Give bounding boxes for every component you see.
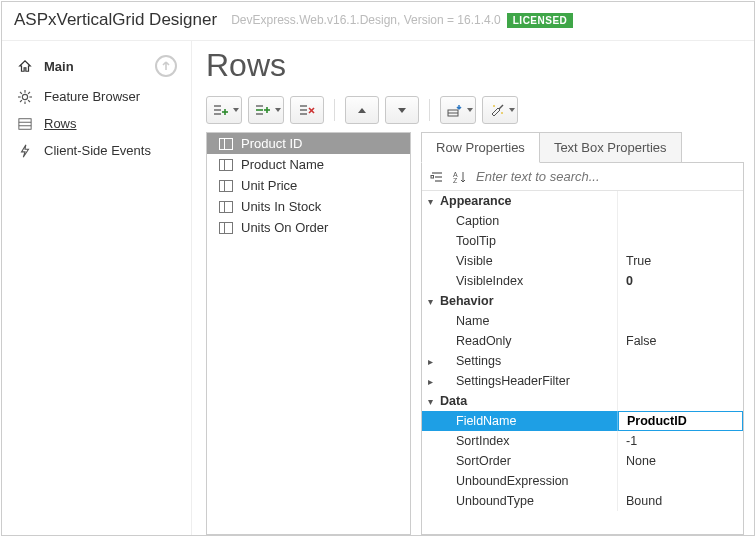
list-add-icon (213, 103, 229, 117)
svg-line-5 (20, 92, 22, 94)
properties-panel: Row Properties Text Box Properties AZ (421, 132, 744, 535)
retrieve-fields-button[interactable] (440, 96, 476, 124)
home-icon (18, 59, 36, 73)
move-down-button[interactable] (385, 96, 419, 124)
tab-row-properties[interactable]: Row Properties (421, 132, 540, 163)
page-title: Rows (206, 47, 744, 84)
chevron-down-icon (398, 108, 406, 113)
sort-az-icon: AZ (452, 170, 466, 184)
prop-value[interactable]: -1 (618, 431, 743, 451)
field-icon (219, 201, 233, 213)
prop-value[interactable]: True (618, 251, 743, 271)
prop-value[interactable]: None (618, 451, 743, 471)
prop-name[interactable]: FieldName (438, 411, 618, 431)
prop-value[interactable] (618, 351, 743, 371)
row-item-label: Units In Stock (241, 199, 321, 214)
list-insert-icon (255, 103, 271, 117)
prop-value[interactable] (618, 471, 743, 491)
svg-text:Z: Z (453, 177, 458, 184)
row-item-label: Units On Order (241, 220, 328, 235)
prop-name[interactable]: ReadOnly (438, 331, 618, 351)
prop-value[interactable]: False (618, 331, 743, 351)
chevron-up-icon (358, 108, 366, 113)
field-icon (219, 180, 233, 192)
prop-value[interactable] (618, 371, 743, 391)
prop-name[interactable]: Settings (438, 351, 618, 371)
svg-point-31 (501, 112, 503, 114)
prop-category: Behavior (438, 291, 618, 311)
prop-name[interactable]: VisibleIndex (438, 271, 618, 291)
row-item[interactable]: Unit Price (207, 175, 410, 196)
prop-value[interactable]: Bound (618, 491, 743, 511)
prop-name[interactable]: SortOrder (438, 451, 618, 471)
alphabetical-view-button[interactable]: AZ (448, 167, 470, 187)
prop-value[interactable]: ProductID (618, 411, 743, 431)
sidebar-item-label: Feature Browser (44, 89, 140, 104)
sidebar-main[interactable]: Main (2, 49, 191, 83)
sidebar-item-label[interactable]: Rows (44, 116, 77, 131)
expand-icon[interactable]: ▾ (422, 191, 438, 211)
prop-value[interactable] (618, 311, 743, 331)
row-item-label: Product Name (241, 157, 324, 172)
remove-row-button[interactable] (290, 96, 324, 124)
move-up-button[interactable] (345, 96, 379, 124)
app-version: DevExpress.Web.v16.1.Design, Version = 1… (231, 13, 501, 27)
insert-row-button[interactable] (248, 96, 284, 124)
up-arrow-icon[interactable] (155, 55, 177, 77)
list-remove-icon (299, 103, 315, 117)
field-icon (219, 159, 233, 171)
property-search-input[interactable] (470, 166, 739, 187)
expand-icon[interactable]: ▾ (422, 391, 438, 411)
app-title: ASPxVerticalGrid Designer (14, 10, 217, 30)
expand-icon[interactable]: ▸ (422, 371, 438, 391)
clear-button[interactable] (482, 96, 518, 124)
bolt-icon (18, 144, 36, 158)
separator (334, 99, 335, 121)
svg-line-8 (28, 92, 30, 94)
prop-value[interactable]: 0 (618, 271, 743, 291)
property-grid[interactable]: ▾Appearance Caption ToolTip VisibleTrue … (422, 191, 743, 534)
toolbar (206, 96, 744, 124)
categorized-view-button[interactable] (426, 167, 448, 187)
field-icon (219, 222, 233, 234)
svg-line-29 (499, 105, 503, 109)
prop-name[interactable]: SortIndex (438, 431, 618, 451)
add-row-button[interactable] (206, 96, 242, 124)
prop-name[interactable]: UnboundType (438, 491, 618, 511)
sidebar-item-rows[interactable]: Rows (2, 110, 191, 137)
row-item[interactable]: Product ID (207, 133, 410, 154)
rows-icon (18, 117, 36, 131)
prop-name[interactable]: UnboundExpression (438, 471, 618, 491)
broom-icon (489, 103, 505, 117)
prop-value[interactable] (618, 211, 743, 231)
row-item-label: Unit Price (241, 178, 297, 193)
sidebar-item-label: Client-Side Events (44, 143, 151, 158)
prop-name[interactable]: Visible (438, 251, 618, 271)
prop-value[interactable] (618, 231, 743, 251)
license-badge: LICENSED (507, 13, 574, 28)
prop-name[interactable]: Name (438, 311, 618, 331)
separator (429, 99, 430, 121)
tab-textbox-properties[interactable]: Text Box Properties (539, 132, 682, 163)
prop-name[interactable]: Caption (438, 211, 618, 231)
sidebar: Main Feature Browser Rows (2, 41, 192, 535)
gear-icon (18, 90, 36, 104)
row-item[interactable]: Product Name (207, 154, 410, 175)
prop-name[interactable]: SettingsHeaderFilter (438, 371, 618, 391)
svg-point-30 (493, 105, 495, 107)
row-item-label: Product ID (241, 136, 302, 151)
row-item[interactable]: Units On Order (207, 217, 410, 238)
retrieve-icon (447, 103, 463, 117)
expand-icon[interactable]: ▸ (422, 351, 438, 371)
prop-name[interactable]: ToolTip (438, 231, 618, 251)
prop-category: Data (438, 391, 618, 411)
expand-icon[interactable]: ▾ (422, 291, 438, 311)
prop-category: Appearance (438, 191, 618, 211)
sidebar-item-client-side-events[interactable]: Client-Side Events (2, 137, 191, 164)
svg-rect-9 (19, 118, 31, 129)
sidebar-item-feature-browser[interactable]: Feature Browser (2, 83, 191, 110)
svg-point-0 (22, 94, 27, 99)
rows-list[interactable]: Product ID Product Name Unit Price Units… (206, 132, 411, 535)
row-item[interactable]: Units In Stock (207, 196, 410, 217)
svg-line-6 (28, 100, 30, 102)
